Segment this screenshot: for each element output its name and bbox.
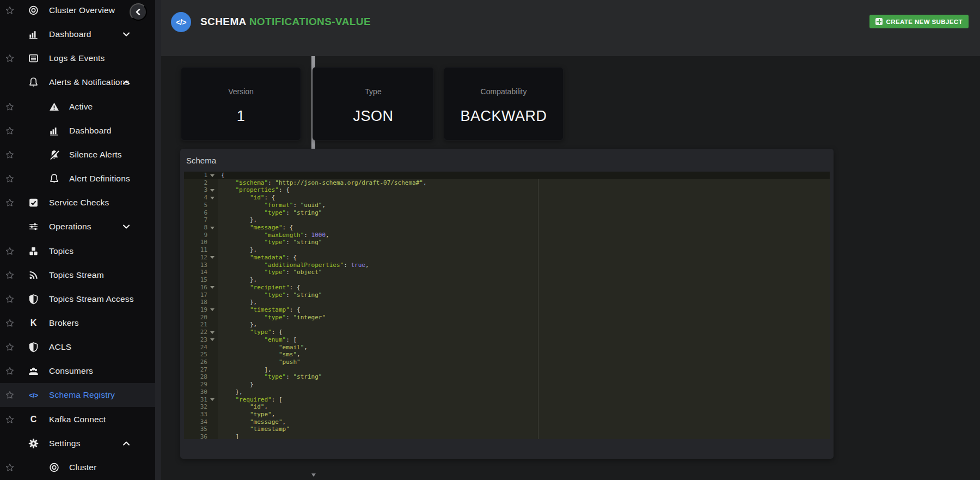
fold-arrow-icon[interactable] [210, 286, 215, 289]
gutter-line-number: 17 [184, 291, 218, 299]
fold-arrow-icon[interactable] [210, 174, 215, 177]
code-line: "message", [218, 418, 830, 426]
star-icon[interactable] [5, 415, 15, 424]
star-icon[interactable] [5, 463, 15, 472]
sidebar-item-alert-definitions[interactable]: Alert Definitions [0, 167, 155, 191]
card-compatability-label: Compatability [444, 87, 563, 96]
fold-arrow-icon[interactable] [210, 189, 215, 192]
letter-c-icon: C [28, 414, 39, 425]
sidebar-item-schema-registry[interactable]: </>Schema Registry [0, 383, 155, 407]
code-line: "type": "string" [218, 373, 830, 381]
gutter-line-number: 1 [184, 172, 218, 179]
code-line: "type": "string" [218, 239, 830, 246]
shield-icon [28, 293, 39, 305]
sidebar-item-topics-stream[interactable]: Topics Stream [0, 263, 155, 287]
schema-code-icon: </> [171, 12, 191, 32]
fold-arrow-icon[interactable] [210, 227, 215, 229]
editor-code-area[interactable]: { "$schema": "http://json-schema.org/dra… [218, 172, 830, 439]
gutter-line-number: 8 [184, 224, 218, 232]
fold-arrow-icon[interactable] [210, 331, 215, 334]
star-icon[interactable] [5, 174, 15, 184]
gutter-line-number: 28 [184, 373, 218, 381]
editor-gutter[interactable]: 1234567891011121314151617181920212223242… [184, 172, 218, 439]
card-compatability: Compatability BACKWARD [444, 67, 564, 141]
sidebar-item-active[interactable]: Active [0, 95, 155, 119]
gutter-line-number: 32 [184, 403, 218, 411]
schema-code-editor[interactable]: 1234567891011121314151617181920212223242… [184, 172, 830, 439]
star-icon[interactable] [5, 294, 15, 304]
star-icon[interactable] [5, 126, 15, 136]
code-line: "enum": [ [218, 336, 830, 344]
gutter-line-number: 24 [184, 344, 218, 351]
app-window: Cluster OverviewDashboardLogs & EventsAl… [0, 0, 980, 480]
page-header: </> SCHEMA NOTIFICATIONS-VALUE CREATE NE… [161, 0, 980, 56]
sidebar-item-consumers[interactable]: Consumers [0, 359, 155, 383]
star-icon[interactable] [5, 366, 15, 376]
sidebar-item-label: Active [69, 102, 93, 112]
gutter-line-number: 15 [184, 276, 218, 284]
sidebar-scrollbar[interactable] [155, 0, 161, 480]
fold-arrow-icon[interactable] [210, 308, 215, 311]
star-icon[interactable] [5, 246, 15, 256]
star-icon[interactable] [5, 150, 15, 160]
gutter-line-number: 36 [184, 433, 218, 439]
code-line: "timestamp": { [218, 306, 830, 314]
sidebar-item-alerts-notifications[interactable]: Alerts & Notifications [0, 70, 155, 94]
gutter-line-number: 19 [184, 306, 218, 314]
cubes-icon [28, 245, 39, 257]
sidebar-item-acls[interactable]: ACLS [0, 335, 155, 359]
schema-panel: Schema 123456789101112131415161718192021… [180, 149, 834, 459]
gutter-line-number: 11 [184, 246, 218, 254]
sidebar-item-label: Topics [49, 246, 74, 256]
star-icon[interactable] [5, 198, 15, 208]
sidebar-item-dashboard[interactable]: Dashboard [0, 22, 155, 46]
fold-arrow-icon[interactable] [210, 256, 215, 259]
check-square-icon [28, 197, 39, 209]
chevron-down-icon [122, 30, 131, 39]
plus-box-icon [875, 18, 883, 25]
code-line: ] [218, 433, 830, 439]
star-icon[interactable] [5, 53, 15, 63]
star-icon[interactable] [5, 270, 15, 280]
page-title-subject: NOTIFICATIONS-VALUE [249, 16, 371, 27]
sidebar-item-label: Cluster Overview [49, 5, 115, 15]
sidebar-item-topics-stream-access[interactable]: Topics Stream Access [0, 287, 155, 311]
star-icon[interactable] [5, 102, 15, 112]
chevron-left-icon [134, 8, 143, 16]
star-icon[interactable] [5, 342, 15, 352]
gutter-line-number: 35 [184, 426, 218, 433]
sidebar-item-cluster[interactable]: Cluster [0, 455, 155, 479]
sidebar-collapse-button[interactable] [130, 3, 147, 21]
sidebar-item-label: Brokers [49, 318, 79, 328]
fold-arrow-icon[interactable] [210, 398, 215, 401]
fold-arrow-icon[interactable] [210, 338, 215, 341]
sidebar-item-silence-alerts[interactable]: Silence Alerts [0, 143, 155, 167]
sidebar-item-brokers[interactable]: KBrokers [0, 311, 155, 335]
code-line: "properties": { [218, 186, 830, 194]
sidebar-item-label: Logs & Events [49, 53, 105, 63]
sidebar-item-label: Topics Stream [49, 270, 104, 280]
code-line: "timestamp" [218, 426, 830, 433]
code-line: "maxLength": 1000, [218, 232, 830, 239]
code-line: "type": "object" [218, 269, 830, 276]
sidebar-item-label: Alert Definitions [69, 174, 130, 184]
star-icon[interactable] [5, 5, 15, 15]
gutter-line-number: 31 [184, 396, 218, 404]
sidebar-item-logs-events[interactable]: Logs & Events [0, 46, 155, 70]
sidebar-item-label: Service Checks [49, 198, 109, 208]
fold-arrow-icon[interactable] [210, 197, 215, 199]
bar-chart-icon [28, 29, 39, 40]
gutter-line-number: 22 [184, 329, 218, 336]
star-icon[interactable] [5, 390, 15, 400]
card-version: Version 1 [181, 67, 301, 141]
code-line: }, [218, 321, 830, 329]
sidebar-item-settings[interactable]: Settings [0, 432, 155, 455]
sidebar-item-dashboard[interactable]: Dashboard [0, 119, 155, 143]
sidebar-item-topics[interactable]: Topics [0, 239, 155, 263]
sidebar-item-kafka-connect[interactable]: CKafka Connect [0, 408, 155, 432]
sidebar-item-operations[interactable]: Operations [0, 215, 155, 239]
star-icon[interactable] [5, 318, 15, 328]
gutter-line-number: 3 [184, 186, 218, 194]
sidebar-item-service-checks[interactable]: Service Checks [0, 191, 155, 215]
create-new-subject-button[interactable]: CREATE NEW SUBJECT [869, 15, 969, 28]
